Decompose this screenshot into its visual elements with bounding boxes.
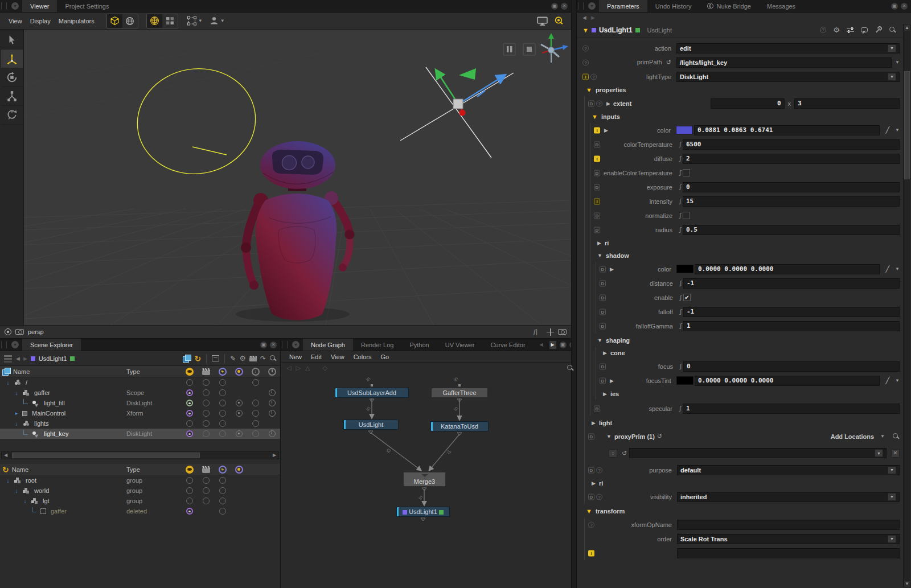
state-cell[interactable]	[181, 497, 198, 504]
column-type[interactable]: Type	[126, 368, 181, 375]
translate-tool[interactable]	[1, 50, 23, 68]
dropdown-arrow-icon[interactable]: ▼	[875, 449, 883, 457]
input-port-icon[interactable]	[371, 384, 373, 386]
tab-scroll-right-icon[interactable]: ▶	[549, 340, 557, 349]
color-values-field[interactable]: 0.0000 0.0000 0.0000	[695, 376, 880, 386]
state-cell[interactable]	[214, 497, 231, 504]
search-icon[interactable]	[269, 355, 277, 362]
tree-row-lights[interactable]: ↓lights	[0, 418, 280, 429]
expression-toggle-icon[interactable]: ʃ	[678, 198, 683, 205]
expression-toggle-icon[interactable]: ʃ	[678, 405, 683, 412]
panel-menu-icon[interactable]: ▾	[292, 341, 299, 348]
state-column[interactable]	[198, 368, 214, 375]
state-cell[interactable]	[231, 430, 247, 437]
column-type[interactable]: Type	[126, 466, 181, 473]
pow-state-icon[interactable]	[269, 430, 276, 437]
ring-state-icon[interactable]	[252, 410, 259, 417]
expand-down-icon[interactable]: ↓	[5, 380, 11, 386]
monitor-button[interactable]	[535, 14, 550, 28]
nav-back-icon[interactable]: ◁	[286, 364, 291, 372]
state-cell[interactable]	[198, 410, 214, 417]
layer-stack-icon[interactable]	[183, 355, 191, 362]
dropdown-field[interactable]: Scale Rot Trans▼	[677, 534, 900, 544]
graph-node-merge3[interactable]: Merge3	[403, 472, 446, 487]
layout-squares-button[interactable]	[162, 14, 178, 28]
dropdown-field[interactable]: default▼	[677, 465, 900, 475]
expression-toggle-icon[interactable]: ʃ	[678, 212, 683, 219]
state-column[interactable]: ↓	[247, 368, 264, 376]
expression-toggle-icon[interactable]: ʃ	[678, 141, 683, 148]
light-state-icon[interactable]	[236, 410, 243, 417]
value-field[interactable]: 6500	[683, 139, 900, 150]
section-cone[interactable]: ▶cone	[598, 347, 900, 359]
value-field[interactable]: 0	[683, 361, 900, 372]
value-field[interactable]: 1	[683, 321, 900, 331]
help-icon[interactable]: ?	[596, 494, 602, 500]
expand-down-icon[interactable]: ↓	[14, 390, 19, 396]
layers-icon[interactable]	[3, 355, 13, 363]
eyeG-state-icon[interactable]	[186, 400, 193, 406]
transform-manipulator[interactable]	[400, 67, 514, 158]
panel-grip[interactable]	[282, 341, 288, 348]
clear-icon[interactable]: ✕	[891, 449, 900, 458]
state-cell[interactable]	[247, 430, 264, 437]
state-cell[interactable]	[198, 487, 214, 494]
axis-orientation-gizmo[interactable]	[541, 33, 568, 63]
ring-state-icon[interactable]	[203, 400, 210, 406]
reorder-icon[interactable]: ↕	[609, 449, 617, 458]
wire-sphere-button[interactable]	[147, 14, 162, 28]
close-icon[interactable]: ✕	[901, 3, 908, 10]
help-icon[interactable]: ?	[588, 521, 594, 528]
forward-button[interactable]: ▶	[23, 356, 27, 361]
checkbox[interactable]	[683, 212, 690, 219]
input-port-icon[interactable]	[458, 384, 461, 386]
eyeP-state-icon[interactable]	[186, 389, 193, 396]
state-cell[interactable]	[198, 430, 214, 437]
state-cell[interactable]	[247, 410, 264, 417]
parameters-scrollbar[interactable]: ▲ ▼	[903, 24, 910, 587]
section-ri[interactable]: ▶ri	[587, 477, 900, 490]
state-column[interactable]	[198, 466, 214, 473]
ring-state-icon[interactable]	[203, 477, 210, 484]
ring-state-icon[interactable]	[219, 420, 226, 427]
graph-edge[interactable]	[429, 434, 459, 470]
chevron-down-icon[interactable]: ▼	[895, 60, 900, 65]
dropdown-field[interactable]: inherited▼	[677, 492, 900, 502]
scroll-left-icon[interactable]: ◀	[2, 452, 10, 459]
section-triangle-icon[interactable]: ▶	[603, 350, 607, 356]
section-triangle-icon[interactable]: ▼	[597, 253, 602, 258]
tab-scene-explorer[interactable]: Scene Explorer	[22, 339, 81, 351]
value-field[interactable]: 2	[683, 154, 900, 164]
menu-view[interactable]: View	[327, 353, 348, 360]
state-cell[interactable]	[181, 430, 198, 437]
orbit-tool[interactable]	[1, 106, 23, 125]
history-icon[interactable]: ↺	[657, 433, 662, 440]
section-triangle-icon[interactable]: ▼	[586, 508, 592, 515]
state-cell[interactable]	[231, 410, 247, 417]
state-cell[interactable]	[214, 389, 231, 396]
expand-icon[interactable]: ▶	[606, 101, 610, 106]
scrollbar-thumb[interactable]	[12, 453, 200, 458]
expand-icon[interactable]: ▶	[604, 128, 608, 133]
help-icon[interactable]: ?	[582, 59, 589, 65]
ring-state-icon[interactable]	[252, 400, 259, 406]
expression-toggle-icon[interactable]: ʃ	[678, 279, 683, 287]
graph-node-gafferthree[interactable]: GafferThree	[431, 388, 488, 398]
state-column[interactable]: ϟ	[214, 466, 231, 474]
world-button[interactable]	[122, 14, 138, 28]
graph-node-usdlight[interactable]: UsdLight	[343, 420, 399, 430]
section-triangle-icon[interactable]: ▶	[603, 391, 607, 397]
select-arrow-tool[interactable]	[1, 31, 23, 50]
section-triangle-icon[interactable]: ▶	[592, 420, 596, 426]
state-cell[interactable]	[198, 477, 214, 484]
tab-curve-editor[interactable]: Curve Editor	[482, 339, 533, 351]
add-locations-button[interactable]: Add Locations▼	[831, 433, 900, 440]
pause-button[interactable]	[503, 43, 515, 55]
restore-icon[interactable]: ▣	[891, 3, 898, 10]
state-column[interactable]	[181, 368, 198, 376]
menu-view[interactable]: View	[5, 18, 26, 24]
scrollbar-thumb[interactable]	[904, 71, 910, 179]
wrench-icon[interactable]	[875, 26, 882, 34]
output-port-icon[interactable]	[421, 518, 425, 521]
curve-icon[interactable]: ↷	[260, 355, 266, 363]
